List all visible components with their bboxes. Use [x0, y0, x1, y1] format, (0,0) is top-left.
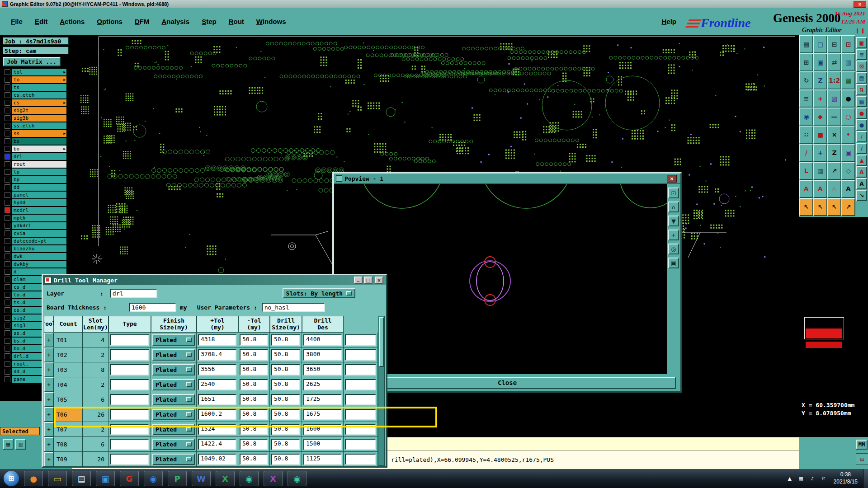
layer-checkbox[interactable] — [5, 108, 10, 113]
layer-checkbox[interactable] — [5, 346, 10, 352]
slot-len-input[interactable] — [110, 379, 149, 390]
snapshot-button[interactable]: ▣ — [668, 258, 679, 268]
layer-row-ydkdrl[interactable]: ydkdrl — [0, 222, 72, 230]
finish-size-input[interactable]: 3556 — [198, 364, 236, 375]
layer-checkbox[interactable] — [5, 115, 10, 121]
layer-checkbox[interactable] — [5, 84, 10, 90]
finish-size-input[interactable]: 3708.4 — [198, 349, 236, 361]
layer-row-tol[interactable]: tol▶ — [0, 68, 72, 76]
plus-tol-input[interactable]: 50.8 — [240, 349, 268, 361]
row-handle-button[interactable]: + — [44, 333, 54, 347]
fr-list-button[interactable]: ≡ — [856, 49, 867, 60]
row-handle-button[interactable]: + — [44, 377, 54, 392]
plus-tol-input[interactable]: 50.8 — [240, 379, 268, 390]
pattern-a-button[interactable]: ▦ — [3, 439, 14, 450]
layer-row-sig2t[interactable]: sig2t — [0, 107, 72, 114]
layer-checkbox[interactable] — [5, 154, 10, 160]
minus-tol-input[interactable]: 50.8 — [271, 439, 300, 450]
drill-size-input[interactable]: 2625 — [303, 379, 342, 390]
drill-des-input[interactable] — [345, 454, 376, 465]
warn-a-2-button[interactable]: A — [813, 180, 827, 198]
warn-a-4-button[interactable]: A — [841, 180, 855, 198]
board-thickness-field[interactable]: 1600 — [129, 303, 176, 312]
corner-tool-button[interactable]: ▤ — [856, 453, 868, 465]
paint-p-button[interactable]: P — [168, 471, 187, 486]
plus-tol-input[interactable]: 50.8 — [240, 364, 268, 375]
hatch-button[interactable]: ▨ — [827, 89, 841, 108]
popview-titlebar[interactable]: Popview - 1 — [334, 174, 680, 184]
layer-checkbox[interactable] — [5, 131, 10, 136]
popview-close-action-button[interactable]: Close — [339, 377, 676, 389]
fr-launch-button[interactable]: ↘ — [856, 190, 867, 201]
layer-row-cs.etch[interactable]: cs.etch — [0, 91, 72, 99]
layer-row-rout[interactable]: rout — [0, 160, 72, 168]
layer-checkbox[interactable] — [5, 92, 10, 98]
type-dropdown[interactable]: Plated — [152, 364, 195, 375]
layer-row-to[interactable]: to▶ — [0, 76, 72, 84]
layer-row-ss.etch[interactable]: ss.etch — [0, 122, 72, 130]
fr-triangle-button[interactable]: ▲ — [856, 155, 867, 166]
layer-checkbox[interactable] — [5, 161, 10, 167]
slash-red-button[interactable]: ∕ — [799, 144, 813, 162]
cursor-2-button[interactable]: ↖ — [813, 198, 827, 216]
slots-dropdown[interactable]: Slots: By length — [283, 288, 355, 298]
warn-a-3-button[interactable]: A — [827, 180, 841, 198]
add-button[interactable]: + — [813, 89, 827, 108]
layer-row-biaozhu[interactable]: biaozhu — [0, 245, 72, 253]
genesis-eye-2-button[interactable]: ◉ — [288, 471, 307, 486]
pattern-button[interactable]: ∷ — [799, 126, 813, 144]
finish-size-input[interactable]: 2540 — [198, 379, 236, 390]
layer-checkbox[interactable] — [5, 338, 10, 344]
pattern-b-button[interactable]: ▥ — [15, 439, 26, 450]
layer-row-sig3b[interactable]: sig3b — [0, 114, 72, 122]
layer-checkbox[interactable] — [5, 307, 10, 313]
menu-edit[interactable]: Edit — [35, 18, 47, 25]
genesis-g-button[interactable]: G — [120, 471, 139, 486]
layer-row-ts[interactable]: ts — [0, 84, 72, 91]
circle-button[interactable]: ○ — [841, 108, 855, 126]
tool-cell[interactable]: T03 — [54, 362, 83, 377]
l-shape-button[interactable]: L — [799, 162, 813, 180]
layer-checkbox[interactable] — [5, 261, 10, 267]
type-dropdown[interactable]: Plated — [152, 349, 195, 361]
tool-cell[interactable]: T09 — [54, 452, 83, 466]
layer-row-tp[interactable]: tp — [0, 168, 72, 176]
firefox-button[interactable]: ● — [24, 471, 43, 486]
layer-row-hydd[interactable]: hydd — [0, 199, 72, 206]
layer-checkbox[interactable] — [5, 246, 10, 252]
fr-dot-red-button[interactable]: ● — [856, 108, 867, 119]
taskbar-clock[interactable]: 0:38 2021/8/15 — [834, 471, 858, 485]
fr-grid-button[interactable]: ▦ — [856, 96, 867, 107]
tool-cell[interactable]: T05 — [54, 392, 83, 407]
cursor-3-button[interactable]: ↖ — [827, 198, 841, 216]
type-dropdown[interactable]: Plated — [152, 394, 195, 405]
layer-checkbox[interactable] — [5, 230, 10, 236]
scale-1-2-button[interactable]: 1:2 — [827, 71, 841, 89]
fr-close-box-button[interactable]: ⊠ — [856, 61, 867, 72]
layer-checkbox[interactable] — [5, 169, 10, 175]
row-handle-button[interactable]: + — [44, 347, 54, 362]
finish-size-input[interactable]: 4318 — [198, 334, 236, 346]
network-button[interactable]: ⚐ — [820, 476, 827, 482]
window-titlebar[interactable]: Graphic Editor 9.07b2 (00@HY-HYCAM-PC411… — [0, 0, 868, 8]
type-dropdown[interactable]: Plated — [152, 379, 195, 390]
square-red-button[interactable]: ■ — [813, 126, 827, 144]
drill-size-input[interactable]: 3650 — [303, 364, 342, 375]
grid-button[interactable]: ▦ — [841, 71, 855, 89]
layer-checkbox[interactable] — [5, 177, 10, 183]
drill-size-input[interactable]: 3800 — [303, 349, 342, 361]
genesis-eye-button[interactable]: ◉ — [240, 471, 259, 486]
copy-button[interactable]: ▤ — [799, 35, 813, 53]
type-dropdown[interactable]: Plated — [152, 334, 195, 346]
layer-row-cvia[interactable]: cvia — [0, 230, 72, 237]
minus-tol-input[interactable]: 50.8 — [271, 379, 300, 390]
minus-tol-input[interactable]: 50.8 — [271, 364, 300, 375]
grid-small-button[interactable]: ▦ — [813, 162, 827, 180]
fr-red-panel-button[interactable]: ▣ — [856, 37, 867, 48]
layer-row-mcdrl[interactable]: mcdrl — [0, 206, 72, 214]
finish-size-input[interactable]: 1651 — [198, 394, 236, 405]
notepad-button[interactable]: ▤ — [72, 471, 91, 486]
layer-checkbox[interactable] — [5, 330, 10, 336]
tool-cell[interactable]: T08 — [54, 437, 83, 452]
layer-row-ss[interactable]: ss▶ — [0, 130, 72, 137]
